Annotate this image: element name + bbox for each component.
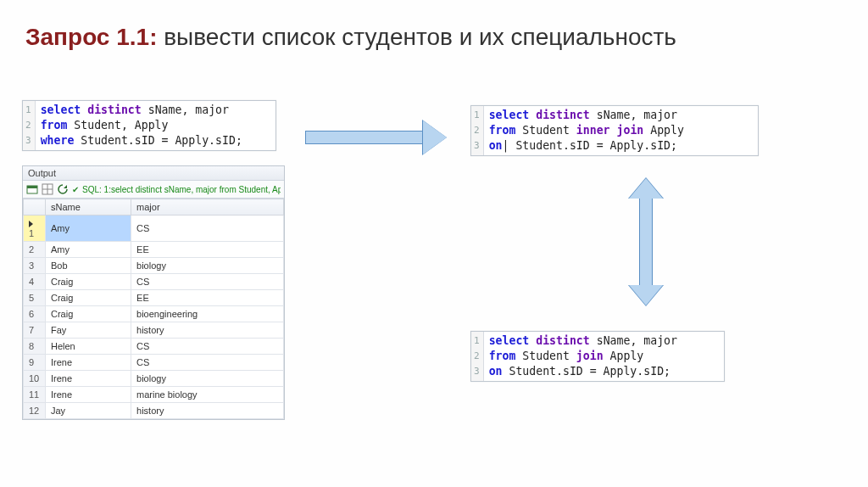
table-cell: biology bbox=[131, 258, 284, 274]
table-cell: 4 bbox=[24, 274, 46, 290]
table-row[interactable]: 12Jayhistory bbox=[24, 403, 284, 419]
row-marker-icon bbox=[29, 221, 33, 227]
table-cell: 12 bbox=[24, 403, 46, 419]
export-icon[interactable] bbox=[26, 183, 38, 195]
table-cell: Bob bbox=[46, 258, 131, 274]
table-cell: Amy bbox=[46, 216, 131, 242]
arrow-right bbox=[305, 119, 449, 156]
table-cell: 2 bbox=[24, 242, 46, 258]
query-output-panel: Output ✔ SQL: 1:select distinct sName, m… bbox=[22, 165, 285, 420]
col-header bbox=[24, 199, 46, 216]
table-cell: Amy bbox=[46, 242, 131, 258]
table-cell: 9 bbox=[24, 355, 46, 371]
table-cell: history bbox=[131, 322, 284, 339]
table-cell: 11 bbox=[24, 387, 46, 403]
table-cell: 8 bbox=[24, 339, 46, 355]
table-cell: 5 bbox=[24, 290, 46, 306]
table-row[interactable]: 3Bobbiology bbox=[24, 258, 284, 274]
table-body: 1AmyCS2AmyEE3Bobbiology4CraigCS5CraigEE6… bbox=[24, 216, 284, 419]
table-cell: 6 bbox=[24, 306, 46, 322]
code-content: select distinct sName, majorfrom Student… bbox=[484, 106, 691, 155]
col-header: major bbox=[131, 199, 284, 216]
arrow-up-down bbox=[627, 178, 665, 305]
gutter: 123 bbox=[471, 106, 484, 155]
table-cell: history bbox=[131, 403, 284, 419]
table-row[interactable]: 5CraigEE bbox=[24, 290, 284, 306]
refresh-icon[interactable] bbox=[57, 183, 69, 195]
table-cell: EE bbox=[131, 290, 284, 306]
output-header: Output bbox=[23, 166, 284, 181]
title-prefix: Запрос 1.1: bbox=[25, 24, 157, 50]
table-cell: CS bbox=[131, 339, 284, 355]
sql-caption: ✔ bbox=[72, 185, 79, 194]
table-cell: Craig bbox=[46, 274, 131, 290]
output-toolbar: ✔ SQL: 1:select distinct sName, major fr… bbox=[23, 181, 284, 199]
svg-rect-1 bbox=[27, 186, 37, 188]
result-table: sNamemajor 1AmyCS2AmyEE3Bobbiology4Craig… bbox=[23, 199, 284, 419]
sql-text: SQL: 1:select distinct sName, major from… bbox=[82, 185, 281, 194]
table-row[interactable]: 1AmyCS bbox=[24, 216, 284, 242]
sql-code-box-1: 123 select distinct sName, majorfrom Stu… bbox=[22, 100, 276, 151]
table-cell: marine biology bbox=[131, 387, 284, 403]
table-cell: EE bbox=[131, 242, 284, 258]
table-cell: bioengineering bbox=[131, 306, 284, 322]
table-row[interactable]: 9IreneCS bbox=[24, 355, 284, 371]
table-cell: Jay bbox=[46, 403, 131, 419]
table-row[interactable]: 7Fayhistory bbox=[24, 322, 284, 339]
table-row[interactable]: 8HelenCS bbox=[24, 339, 284, 355]
table-cell: CS bbox=[131, 216, 284, 242]
col-header: sName bbox=[46, 199, 131, 216]
sql-code-box-2: 123 select distinct sName, majorfrom Stu… bbox=[470, 105, 759, 156]
table-row[interactable]: 4CraigCS bbox=[24, 274, 284, 290]
table-row[interactable]: 6Craigbioengineering bbox=[24, 306, 284, 322]
sql-code-box-3: 123 select distinct sName, majorfrom Stu… bbox=[470, 331, 725, 382]
table-cell: Irene bbox=[46, 387, 131, 403]
code-content: select distinct sName, majorfrom Student… bbox=[484, 332, 684, 381]
gutter: 123 bbox=[471, 332, 484, 381]
table-row[interactable]: 11Irenemarine biology bbox=[24, 387, 284, 403]
table-cell: Helen bbox=[46, 339, 131, 355]
table-cell: 1 bbox=[24, 216, 46, 242]
code-content: select distinct sName, majorfrom Student… bbox=[36, 101, 249, 150]
table-row[interactable]: 2AmyEE bbox=[24, 242, 284, 258]
table-cell: CS bbox=[131, 274, 284, 290]
table-cell: Fay bbox=[46, 322, 131, 339]
table-cell: Craig bbox=[46, 306, 131, 322]
table-header-row: sNamemajor bbox=[24, 199, 284, 216]
table-cell: Craig bbox=[46, 290, 131, 306]
table-cell: 7 bbox=[24, 322, 46, 339]
table-cell: Irene bbox=[46, 371, 131, 387]
table-cell: 10 bbox=[24, 371, 46, 387]
grid-icon[interactable] bbox=[42, 183, 53, 195]
gutter: 123 bbox=[23, 101, 36, 150]
table-cell: 3 bbox=[24, 258, 46, 274]
table-cell: biology bbox=[131, 371, 284, 387]
table-cell: CS bbox=[131, 355, 284, 371]
title-rest: вывести список студентов и их специально… bbox=[157, 24, 676, 50]
table-row[interactable]: 10Irenebiology bbox=[24, 371, 284, 387]
table-cell: Irene bbox=[46, 355, 131, 371]
slide-title: Запрос 1.1: вывести список студентов и и… bbox=[0, 0, 868, 62]
